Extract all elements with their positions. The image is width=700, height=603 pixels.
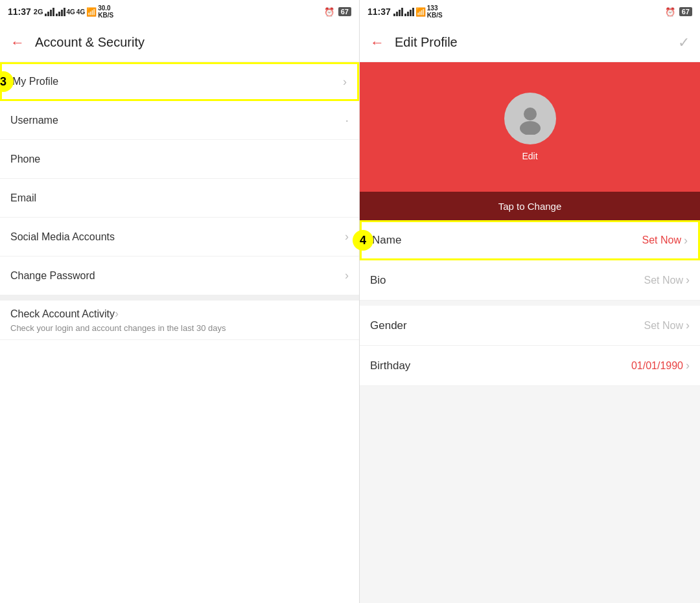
phone-label: Phone bbox=[10, 154, 349, 165]
check-activity-label: Check Account Activity bbox=[10, 308, 115, 320]
name-label: Name bbox=[372, 234, 642, 247]
avatar[interactable] bbox=[504, 93, 556, 144]
tap-to-change-bar[interactable]: Tap to Change bbox=[360, 192, 700, 220]
battery-left: 67 bbox=[338, 7, 351, 16]
field-separator bbox=[360, 301, 700, 306]
page-title-right: Edit Profile bbox=[395, 35, 678, 50]
bottom-bg bbox=[360, 386, 700, 603]
chevron-activity: › bbox=[115, 307, 119, 321]
menu-item-email[interactable]: Email bbox=[0, 179, 359, 218]
profile-fields: 4 Name Set Now › Bio Set Now › Gender Se… bbox=[360, 220, 700, 386]
step-badge-4: 4 bbox=[353, 230, 373, 251]
header-right: ← Edit Profile ✓ bbox=[360, 23, 700, 62]
time-right: 11:37 bbox=[368, 6, 391, 17]
birthday-value: 01/01/1990 bbox=[631, 360, 683, 372]
check-activity-desc: Check your login and account changes in … bbox=[10, 323, 349, 333]
chevron-gender: › bbox=[686, 319, 690, 332]
change-password-label: Change Password bbox=[10, 270, 345, 282]
alarm-icon-right: ⏰ bbox=[665, 7, 675, 17]
network-icons-right: 📶 133KB/S bbox=[393, 5, 443, 19]
username-label: Username bbox=[10, 115, 345, 126]
menu-item-social-media[interactable]: Social Media Accounts › bbox=[0, 218, 359, 256]
chevron-bio: › bbox=[686, 273, 690, 287]
separator-left bbox=[0, 295, 359, 301]
time-left: 11:37 bbox=[8, 6, 31, 17]
right-icons-left: ⏰ 67 bbox=[324, 7, 351, 17]
wifi-icon-left: 📶 bbox=[86, 7, 97, 17]
speed-right: 133KB/S bbox=[427, 5, 443, 19]
right-icons-right: ⏰ 67 bbox=[665, 7, 692, 17]
menu-item-check-activity[interactable]: Check Account Activity › Check your logi… bbox=[0, 301, 359, 340]
chevron-name: › bbox=[684, 234, 688, 247]
status-bar-left: 11:37 2G 4G 4G 📶 30.0KB/S bbox=[0, 0, 359, 23]
field-row-gender[interactable]: Gender Set Now › bbox=[360, 306, 700, 346]
name-value: Set Now bbox=[642, 234, 681, 246]
birthday-label: Birthday bbox=[370, 359, 631, 372]
gender-label: Gender bbox=[370, 319, 644, 332]
field-row-bio[interactable]: Bio Set Now › bbox=[360, 260, 700, 301]
my-profile-label: My Profile bbox=[12, 76, 343, 87]
profile-cover: Edit bbox=[360, 62, 700, 192]
chevron-social-media: › bbox=[345, 230, 349, 244]
edit-avatar-label: Edit bbox=[522, 151, 537, 161]
menu-item-username[interactable]: Username · bbox=[0, 101, 359, 140]
tap-to-change-label: Tap to Change bbox=[498, 201, 562, 212]
battery-right: 67 bbox=[679, 7, 692, 16]
bio-value: Set Now bbox=[644, 275, 683, 286]
svg-point-1 bbox=[520, 121, 541, 135]
social-media-label: Social Media Accounts bbox=[10, 231, 345, 243]
step-badge-3: 3 bbox=[0, 71, 14, 92]
chevron-change-password: › bbox=[345, 269, 349, 282]
menu-item-phone[interactable]: Phone bbox=[0, 140, 359, 179]
chevron-my-profile: › bbox=[343, 75, 347, 89]
signal-bars-right2 bbox=[404, 7, 414, 16]
back-button-right[interactable]: ← bbox=[370, 34, 384, 51]
save-check-icon[interactable]: ✓ bbox=[678, 34, 690, 51]
header-left: ← Account & Security bbox=[0, 23, 359, 62]
speed-left: 30.0KB/S bbox=[98, 5, 113, 19]
status-bar-right: 11:37 📶 133KB/S ⏰ 67 bbox=[360, 0, 700, 23]
field-row-birthday[interactable]: Birthday 01/01/1990 › bbox=[360, 346, 700, 386]
bio-label: Bio bbox=[370, 274, 644, 287]
avatar-icon bbox=[514, 102, 546, 135]
page-title-left: Account & Security bbox=[35, 35, 145, 50]
left-panel: 11:37 2G 4G 4G 📶 30.0KB/S bbox=[0, 0, 360, 603]
menu-list: 3 My Profile › Username · Phone Email So… bbox=[0, 62, 359, 603]
signal-bars-right bbox=[393, 7, 403, 16]
right-panel: 11:37 📶 133KB/S ⏰ 67 bbox=[360, 0, 700, 603]
signal-bars-left2 bbox=[56, 7, 65, 16]
back-button-left[interactable]: ← bbox=[10, 34, 25, 51]
svg-point-0 bbox=[524, 108, 537, 120]
field-row-name[interactable]: 4 Name Set Now › bbox=[360, 220, 700, 260]
signal-bars-left bbox=[45, 7, 54, 16]
email-label: Email bbox=[10, 192, 349, 204]
alarm-icon-left: ⏰ bbox=[324, 7, 334, 17]
gender-value: Set Now bbox=[644, 320, 683, 332]
chevron-birthday: › bbox=[686, 359, 690, 372]
menu-item-change-password[interactable]: Change Password › bbox=[0, 256, 359, 295]
menu-item-my-profile[interactable]: 3 My Profile › bbox=[0, 62, 359, 101]
wifi-icon-right: 📶 bbox=[415, 7, 426, 17]
network-icons-left: 2G 4G 4G 📶 30.0KB/S bbox=[34, 5, 113, 19]
